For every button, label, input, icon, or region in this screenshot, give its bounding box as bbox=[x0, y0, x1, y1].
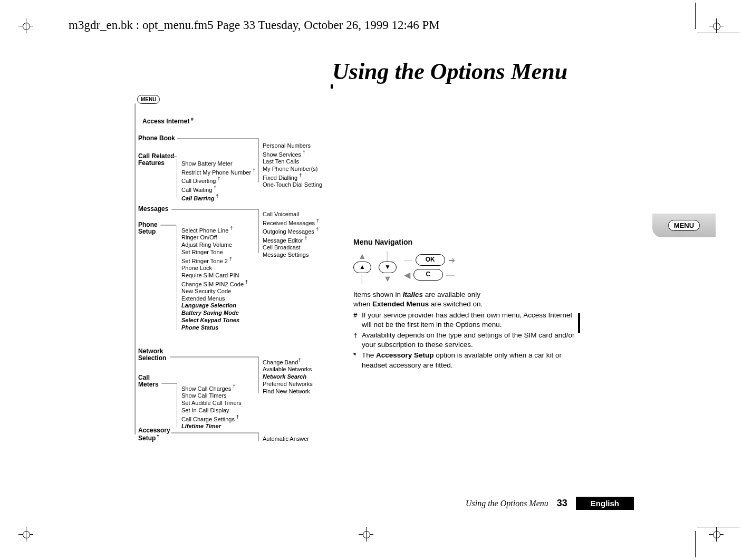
options-menu-tree-diagram: MENU Access Internet # Phone Book Call R… bbox=[105, 95, 338, 438]
arrow-left-icon: ◀ bbox=[404, 269, 410, 281]
menu-key-icon: MENU bbox=[137, 95, 160, 104]
tree-subitems-messages: Call Voicemail Received Messages † Outgo… bbox=[263, 211, 319, 258]
up-key-icon: ▲ bbox=[353, 262, 371, 273]
footer-title: Using the Options Menu bbox=[466, 499, 548, 508]
notes-block: Items shown in Italics are available onl… bbox=[353, 290, 575, 370]
arrow-down-icon: ▼ bbox=[383, 273, 392, 285]
tree-subitems-accessory: Automatic Answer bbox=[263, 436, 309, 443]
tree-subitems-phonesetup: Select Phone Line † Ringer On/Off Adjust… bbox=[181, 226, 248, 331]
change-bar bbox=[331, 84, 333, 89]
line-icon: — bbox=[446, 269, 455, 281]
crop-mark-icon bbox=[709, 527, 724, 542]
tree-item: Phone Book bbox=[138, 135, 175, 142]
tree-subitems-phonebook: Personal Numbers Show Services † Last Te… bbox=[263, 142, 322, 189]
section-tab: MENU bbox=[652, 214, 716, 237]
ok-key-icon: OK bbox=[416, 254, 445, 266]
tree-item: Call Related Features bbox=[138, 153, 175, 167]
trim-line bbox=[697, 527, 739, 527]
tree-subitems-network: Change Band† Available Networks Network … bbox=[263, 358, 313, 395]
crop-mark-icon bbox=[18, 18, 33, 33]
menu-key-icon: MENU bbox=[668, 220, 700, 231]
nav-button-diagram: ▲ ▲ │ │ ▼ ▼ — OK ➔ ◀ C — bbox=[353, 250, 575, 285]
italics-note: Items shown in Italics are available onl… bbox=[353, 290, 575, 309]
tree-item: Phone Setup bbox=[138, 221, 158, 235]
trim-line bbox=[695, 3, 696, 29]
down-key-icon: ▼ bbox=[379, 262, 397, 273]
footnote-dagger: † Availability depends on the type and s… bbox=[353, 331, 575, 350]
tree-subitems-callrelated: Show Battery Meter Restrict My Phone Num… bbox=[181, 160, 255, 202]
cancel-key-icon: C bbox=[413, 269, 443, 281]
tree-item: Accessory Setup * bbox=[138, 427, 170, 442]
page-footer: Using the Options Menu 33 English bbox=[466, 497, 634, 510]
crop-mark-icon bbox=[18, 527, 33, 542]
crop-mark-icon bbox=[709, 18, 724, 33]
page-header: m3gdr_en.bk : opt_menu.fm5 Page 33 Tuesd… bbox=[69, 18, 440, 32]
tree-subitems-callmeters: Show Call Charges † Show Call Timers Set… bbox=[181, 384, 242, 430]
tree-item: Access Internet # bbox=[142, 117, 194, 125]
page-number: 33 bbox=[557, 498, 567, 509]
tree-trunk bbox=[134, 103, 136, 435]
tree-item: Messages bbox=[138, 206, 168, 213]
crop-mark-icon bbox=[359, 527, 373, 542]
arrow-right-icon: ➔ bbox=[448, 255, 455, 266]
footnote-star: * The Accessory Setup option is availabl… bbox=[353, 351, 575, 370]
tree-item: Network Selection bbox=[138, 348, 166, 362]
menu-navigation-heading: Menu Navigation bbox=[353, 237, 575, 247]
line-icon: │ bbox=[385, 250, 390, 262]
page-title: Using the Options Menu bbox=[332, 58, 567, 85]
language-badge: English bbox=[576, 497, 634, 510]
footnote-hash: # If your service provider has added the… bbox=[353, 311, 575, 330]
tree-item: Call Meters bbox=[138, 374, 159, 388]
change-bar bbox=[578, 313, 580, 333]
trim-line bbox=[697, 33, 739, 33]
line-icon: — bbox=[404, 255, 412, 266]
line-icon: │ bbox=[360, 273, 365, 285]
trim-line bbox=[695, 531, 696, 557]
menu-navigation-section: Menu Navigation ▲ ▲ │ │ ▼ ▼ — OK ➔ ◀ bbox=[353, 237, 575, 371]
arrow-up-icon: ▲ bbox=[358, 250, 367, 262]
